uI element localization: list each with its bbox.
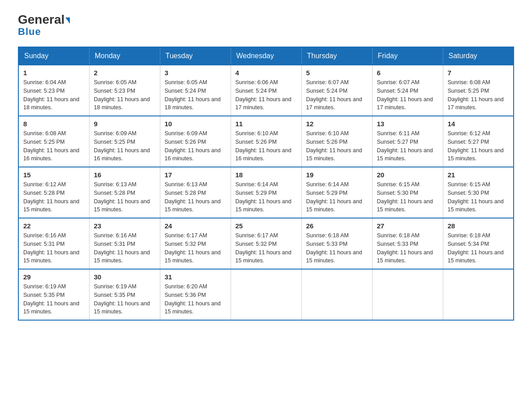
calendar-cell — [443, 269, 514, 320]
day-info: Sunrise: 6:05 AMSunset: 5:23 PMDaylight:… — [94, 78, 155, 112]
logo: General Blue — [18, 13, 70, 38]
calendar-cell — [231, 269, 301, 320]
day-info: Sunrise: 6:20 AMSunset: 5:36 PMDaylight:… — [165, 283, 226, 316]
day-number: 23 — [94, 222, 155, 230]
day-info: Sunrise: 6:18 AMSunset: 5:33 PMDaylight:… — [306, 231, 368, 265]
day-number: 27 — [377, 222, 438, 230]
calendar-cell: 31Sunrise: 6:20 AMSunset: 5:36 PMDayligh… — [160, 269, 231, 320]
calendar-cell — [372, 269, 443, 320]
day-number: 14 — [448, 120, 509, 128]
day-info: Sunrise: 6:14 AMSunset: 5:29 PMDaylight:… — [236, 180, 297, 214]
day-number: 4 — [236, 69, 297, 77]
calendar-cell: 5Sunrise: 6:07 AMSunset: 5:24 PMDaylight… — [301, 65, 372, 116]
logo-bottom: Blue — [18, 26, 41, 38]
calendar-cell: 24Sunrise: 6:17 AMSunset: 5:32 PMDayligh… — [160, 218, 231, 269]
day-number: 1 — [23, 69, 85, 77]
calendar-table: SundayMondayTuesdayWednesdayThursdayFrid… — [18, 47, 514, 321]
day-info: Sunrise: 6:10 AMSunset: 5:26 PMDaylight:… — [306, 129, 368, 163]
day-info: Sunrise: 6:19 AMSunset: 5:35 PMDaylight:… — [94, 283, 155, 316]
logo-triangle-icon — [65, 17, 70, 24]
day-number: 25 — [236, 222, 297, 230]
day-number: 12 — [306, 120, 368, 128]
day-number: 19 — [306, 171, 368, 179]
calendar-cell: 30Sunrise: 6:19 AMSunset: 5:35 PMDayligh… — [89, 269, 160, 320]
calendar-cell: 9Sunrise: 6:09 AMSunset: 5:25 PMDaylight… — [89, 116, 160, 167]
day-info: Sunrise: 6:07 AMSunset: 5:24 PMDaylight:… — [377, 78, 438, 112]
day-number: 24 — [165, 222, 226, 230]
header-friday: Friday — [372, 47, 443, 65]
day-info: Sunrise: 6:18 AMSunset: 5:34 PMDaylight:… — [448, 231, 509, 265]
header-wednesday: Wednesday — [231, 47, 301, 65]
day-number: 21 — [448, 171, 509, 179]
day-number: 29 — [23, 273, 85, 281]
calendar-cell: 28Sunrise: 6:18 AMSunset: 5:34 PMDayligh… — [443, 218, 514, 269]
calendar-cell: 7Sunrise: 6:08 AMSunset: 5:25 PMDaylight… — [443, 65, 514, 116]
day-number: 9 — [94, 120, 155, 128]
day-info: Sunrise: 6:19 AMSunset: 5:35 PMDaylight:… — [23, 283, 85, 316]
day-info: Sunrise: 6:09 AMSunset: 5:25 PMDaylight:… — [94, 129, 155, 163]
calendar-week-row: 22Sunrise: 6:16 AMSunset: 5:31 PMDayligh… — [18, 218, 514, 269]
header-monday: Monday — [89, 47, 160, 65]
day-info: Sunrise: 6:09 AMSunset: 5:26 PMDaylight:… — [165, 129, 226, 163]
calendar-header-row: SundayMondayTuesdayWednesdayThursdayFrid… — [18, 47, 514, 65]
calendar-cell: 3Sunrise: 6:05 AMSunset: 5:24 PMDaylight… — [160, 65, 231, 116]
day-info: Sunrise: 6:04 AMSunset: 5:23 PMDaylight:… — [23, 78, 85, 112]
day-info: Sunrise: 6:10 AMSunset: 5:26 PMDaylight:… — [236, 129, 297, 163]
day-info: Sunrise: 6:17 AMSunset: 5:32 PMDaylight:… — [165, 231, 226, 265]
calendar-cell: 14Sunrise: 6:12 AMSunset: 5:27 PMDayligh… — [443, 116, 514, 167]
day-info: Sunrise: 6:08 AMSunset: 5:25 PMDaylight:… — [23, 129, 85, 163]
calendar-cell: 4Sunrise: 6:06 AMSunset: 5:24 PMDaylight… — [231, 65, 301, 116]
day-info: Sunrise: 6:15 AMSunset: 5:30 PMDaylight:… — [448, 180, 509, 214]
day-number: 10 — [165, 120, 226, 128]
calendar-cell — [301, 269, 372, 320]
calendar-cell: 1Sunrise: 6:04 AMSunset: 5:23 PMDaylight… — [18, 65, 89, 116]
calendar-cell: 23Sunrise: 6:16 AMSunset: 5:31 PMDayligh… — [89, 218, 160, 269]
day-number: 2 — [94, 69, 155, 77]
calendar-cell: 16Sunrise: 6:13 AMSunset: 5:28 PMDayligh… — [89, 167, 160, 218]
day-info: Sunrise: 6:16 AMSunset: 5:31 PMDaylight:… — [94, 231, 155, 265]
page-header: General Blue — [18, 13, 514, 38]
day-info: Sunrise: 6:05 AMSunset: 5:24 PMDaylight:… — [165, 78, 226, 112]
calendar-week-row: 29Sunrise: 6:19 AMSunset: 5:35 PMDayligh… — [18, 269, 514, 320]
day-number: 28 — [448, 222, 509, 230]
calendar-week-row: 15Sunrise: 6:12 AMSunset: 5:28 PMDayligh… — [18, 167, 514, 218]
day-number: 31 — [165, 273, 226, 281]
day-number: 26 — [306, 222, 368, 230]
calendar-cell: 13Sunrise: 6:11 AMSunset: 5:27 PMDayligh… — [372, 116, 443, 167]
header-saturday: Saturday — [443, 47, 514, 65]
day-info: Sunrise: 6:06 AMSunset: 5:24 PMDaylight:… — [236, 78, 297, 112]
calendar-cell: 22Sunrise: 6:16 AMSunset: 5:31 PMDayligh… — [18, 218, 89, 269]
day-number: 16 — [94, 171, 155, 179]
day-info: Sunrise: 6:15 AMSunset: 5:30 PMDaylight:… — [377, 180, 438, 214]
calendar-cell: 2Sunrise: 6:05 AMSunset: 5:23 PMDaylight… — [89, 65, 160, 116]
day-number: 3 — [165, 69, 226, 77]
calendar-cell: 25Sunrise: 6:17 AMSunset: 5:32 PMDayligh… — [231, 218, 301, 269]
day-info: Sunrise: 6:11 AMSunset: 5:27 PMDaylight:… — [377, 129, 438, 163]
calendar-cell: 18Sunrise: 6:14 AMSunset: 5:29 PMDayligh… — [231, 167, 301, 218]
day-number: 8 — [23, 120, 85, 128]
day-info: Sunrise: 6:13 AMSunset: 5:28 PMDaylight:… — [165, 180, 226, 214]
day-info: Sunrise: 6:07 AMSunset: 5:24 PMDaylight:… — [306, 78, 368, 112]
header-sunday: Sunday — [18, 47, 89, 65]
calendar-cell: 20Sunrise: 6:15 AMSunset: 5:30 PMDayligh… — [372, 167, 443, 218]
day-info: Sunrise: 6:17 AMSunset: 5:32 PMDaylight:… — [236, 231, 297, 265]
calendar-cell: 19Sunrise: 6:14 AMSunset: 5:29 PMDayligh… — [301, 167, 372, 218]
day-number: 15 — [23, 171, 85, 179]
day-info: Sunrise: 6:16 AMSunset: 5:31 PMDaylight:… — [23, 231, 85, 265]
day-info: Sunrise: 6:14 AMSunset: 5:29 PMDaylight:… — [306, 180, 368, 214]
calendar-cell: 8Sunrise: 6:08 AMSunset: 5:25 PMDaylight… — [18, 116, 89, 167]
calendar-cell: 17Sunrise: 6:13 AMSunset: 5:28 PMDayligh… — [160, 167, 231, 218]
day-number: 22 — [23, 222, 85, 230]
day-number: 18 — [236, 171, 297, 179]
calendar-week-row: 1Sunrise: 6:04 AMSunset: 5:23 PMDaylight… — [18, 65, 514, 116]
calendar-cell: 12Sunrise: 6:10 AMSunset: 5:26 PMDayligh… — [301, 116, 372, 167]
day-number: 13 — [377, 120, 438, 128]
day-number: 17 — [165, 171, 226, 179]
header-tuesday: Tuesday — [160, 47, 231, 65]
calendar-cell: 21Sunrise: 6:15 AMSunset: 5:30 PMDayligh… — [443, 167, 514, 218]
calendar-cell: 6Sunrise: 6:07 AMSunset: 5:24 PMDaylight… — [372, 65, 443, 116]
calendar-cell: 15Sunrise: 6:12 AMSunset: 5:28 PMDayligh… — [18, 167, 89, 218]
calendar-week-row: 8Sunrise: 6:08 AMSunset: 5:25 PMDaylight… — [18, 116, 514, 167]
header-thursday: Thursday — [301, 47, 372, 65]
day-info: Sunrise: 6:08 AMSunset: 5:25 PMDaylight:… — [448, 78, 509, 112]
